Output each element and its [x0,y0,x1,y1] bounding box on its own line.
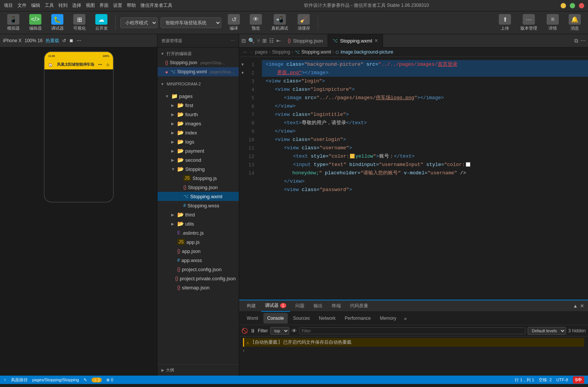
breadcrumb-symbol[interactable]: image.background-picture [341,49,393,55]
file-app-json[interactable]: {} app.json [158,246,239,256]
clear-cache-button[interactable]: 🧹 清缓存 [294,13,313,33]
detail-button[interactable]: ≡ 详情 [543,13,562,33]
nav-back-icon[interactable]: ← [243,49,247,55]
tab-close-icon[interactable]: ✕ [374,38,378,43]
compile-button[interactable]: ↺ 编译 [224,13,243,33]
menu-item-project[interactable]: 项目 [4,2,13,9]
debugger-button[interactable]: 🐛 调试器 [48,13,67,33]
menu-item-view[interactable]: 视图 [86,2,95,9]
more-console-icon[interactable]: » [402,316,409,321]
status-breadcrumb[interactable]: pages/Stopping/Stopping [32,378,79,382]
file-eslintrc[interactable]: E .eslintrc.js [158,228,239,237]
menu-item-goto[interactable]: 转到 [58,2,68,9]
arrow-icon[interactable]: ⇤ [276,38,281,44]
folder-second[interactable]: ▶ 📂 second [158,155,239,164]
fold-toggle-1[interactable]: ▼ [239,60,246,68]
minimize-button[interactable] [561,3,566,8]
menu-item-interface[interactable]: 界面 [99,2,109,9]
file-stopping-wxss[interactable]: # Stopping.wxss [158,201,239,210]
cloud-button[interactable]: ☁ 云开发 [92,13,111,33]
tab-build[interactable]: 构建 [243,300,260,312]
encoding-status[interactable]: UTF-8 [556,378,568,382]
folder-logs[interactable]: ▶ 📂 logs [158,137,239,146]
file-project-config[interactable]: {} project.config.json [158,265,239,274]
folder-index[interactable]: ▶ 📂 index [158,128,239,137]
pause-on-exception-icon[interactable]: ⏸ [250,328,255,334]
menu-item-help[interactable]: 帮助 [127,2,136,9]
folder-pages[interactable]: ▼ 📁 pages [158,92,239,101]
simulator-button[interactable]: 📱 模拟器 [4,13,23,33]
folder-third[interactable]: ▶ 📂 third [158,210,239,219]
folder-stopping[interactable]: ▼ 📂 Stopping [158,164,239,174]
project-select[interactable]: 智能停车场登陆系统 [161,17,221,28]
maximize-button[interactable] [570,3,575,8]
tab-terminal[interactable]: 终端 [328,300,345,312]
console-tab-wxml[interactable]: Wxml [243,313,262,324]
clear-console-icon[interactable]: 🚫 [241,328,248,334]
back-icon[interactable]: 🏠 [48,62,52,67]
folder-payment[interactable]: ▶ 📂 payment [158,146,239,155]
nav-forward-icon[interactable]: → [249,49,254,55]
project-label[interactable]: ▼ MINIPROGRAM-2 [158,79,239,88]
folder-fourth[interactable]: ▶ 📂 fourth [158,110,239,119]
tab-code-quality[interactable]: 代码质量 [346,300,372,312]
code-area[interactable]: <image class= "background-picture" src= … [262,57,588,300]
close-button[interactable] [579,3,584,8]
file-sitemap[interactable]: {} sitemap.json [158,283,239,292]
frame-select[interactable]: top [270,327,289,335]
console-tab-performance[interactable]: Performance [341,313,375,324]
status-errors[interactable]: ⊗ 0 [106,378,113,382]
refresh-icon[interactable]: ↺ [62,38,66,43]
folder-first[interactable]: ▶ 📂 first [158,101,239,110]
eye-icon[interactable]: 👁 [292,328,297,334]
tab-output[interactable]: 输出 [310,300,326,312]
menu-item-tools[interactable]: 工具 [45,2,54,9]
open-file-stopping-json[interactable]: {} Stopping.json pages\Stop... [158,58,239,67]
preview-button[interactable]: 👁 预览 [246,13,265,33]
real-device-button[interactable]: 📲 真机调试 [268,13,291,33]
spaces-status[interactable]: 空格: 2 [539,377,552,383]
file-app-js[interactable]: JS app.js [158,237,239,246]
file-project-private-config[interactable]: {} project.private.config.json [158,274,239,283]
split-view-icon[interactable]: ⊟ [241,38,246,44]
file-stopping-js[interactable]: JS Stopping.js [158,174,239,183]
console-tab-network[interactable]: Network [315,313,339,324]
breadcrumb-file[interactable]: Stopping.wxml [301,49,331,55]
hot-reload-label[interactable]: 热重载 [46,38,59,44]
line-col-status[interactable]: 行 1，列 1 [515,377,534,383]
tab-issues[interactable]: 问题 [292,300,308,312]
panel-toggle-icon[interactable]: ⧉ [574,38,578,44]
tab-stopping-json[interactable]: {} Stopping.json [283,34,328,47]
explorer-more-icon[interactable]: ⋯ [231,38,235,43]
editor-button[interactable]: </> 编辑器 [26,13,45,33]
console-tab-memory[interactable]: Memory [376,313,400,324]
menu-item-wechat[interactable]: 微信开发者工具 [140,2,172,9]
file-app-wxss[interactable]: # app.wxss [158,256,239,265]
menu-item-file[interactable]: 文件 [17,2,27,9]
console-tab-sources[interactable]: Sources [289,313,314,324]
tab-debugger[interactable]: 调试器 1 [261,300,290,312]
upload-button[interactable]: ⬆ 上传 [495,13,514,33]
filter-input[interactable] [299,327,525,334]
edit-icon[interactable]: ✎ [84,378,87,382]
more-nav-icon[interactable]: ••• [98,62,102,66]
panel-up-icon[interactable]: ▲ [573,303,578,309]
breadcrumb-stopping[interactable]: Stopping [272,49,290,55]
search-editor-icon[interactable]: 🔍 [248,38,255,44]
stop-icon[interactable]: ⏹ [69,38,74,43]
camera-icon[interactable]: ⊙ [106,62,109,67]
console-tab-console[interactable]: Console [263,313,288,324]
breadcrumb-pages[interactable]: pages [255,49,268,55]
file-stopping-wxml[interactable]: ⌥ Stopping.wxml [158,192,239,201]
version-button[interactable]: ⋯ 版本管理 [517,13,540,33]
visualize-button[interactable]: ⊞ 可视化 [70,13,89,33]
open-file-stopping-wxml[interactable]: ● ⌥ Stopping.wxml pages\Stop... [158,67,239,76]
more-editor-icon[interactable]: ⋯ [580,38,586,44]
level-select[interactable]: Default levels [528,327,566,335]
grid-icon[interactable]: ⊞ [262,38,267,44]
folder-images[interactable]: ▶ 📂 images [158,119,239,128]
status-path[interactable]: 凤面路径 [11,377,28,383]
panel-close-icon[interactable]: ✕ [580,303,584,309]
console-input-prompt[interactable]: › [243,347,584,354]
status-warnings[interactable]: ⚠ 1 [91,378,102,382]
